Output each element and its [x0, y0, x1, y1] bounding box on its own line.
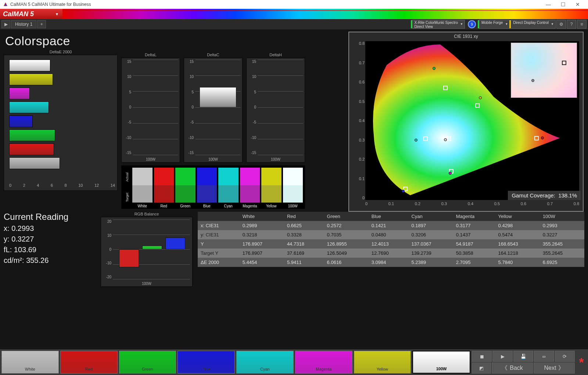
deltae-bar — [9, 157, 60, 169]
pattern-swatch[interactable]: Magenta — [295, 351, 352, 374]
mode-button[interactable]: ◩ — [472, 362, 491, 374]
swatch-caption: Cyan — [218, 203, 239, 208]
swatch-caption: Yellow — [261, 203, 282, 208]
display-dropdown[interactable]: Direct Display Control ▼ — [510, 20, 556, 29]
reading-counter[interactable]: 9 — [468, 20, 476, 28]
display-label: Direct Display Control — [513, 21, 549, 25]
swatch-column: Red — [154, 168, 174, 208]
table-cell: 54.9187 — [453, 239, 495, 249]
axis-tick: 6 — [51, 183, 53, 190]
menu-icon[interactable]: ≡ — [577, 20, 587, 29]
deltae-bar — [9, 60, 50, 71]
table-cell: 50.3858 — [453, 249, 495, 258]
cie-measured-marker — [402, 190, 405, 193]
swatch-caption: Red — [154, 203, 174, 208]
pattern-swatch[interactable]: Cyan — [236, 351, 294, 374]
table-cell: 0.3206 — [408, 230, 453, 239]
rgb-bar — [165, 238, 186, 249]
axis-tick: 15 — [127, 60, 131, 64]
table-row: Target Y176.890737.6169126.504912.769013… — [198, 249, 584, 258]
toolbar: ▶ History 1 + X-Rite ColorMunki Spectro … — [0, 19, 588, 29]
refresh-button[interactable]: ⟳ — [555, 351, 575, 362]
table-cell: 0.1437 — [453, 230, 495, 239]
cie-target-marker — [534, 136, 539, 140]
swatch-column: Blue — [197, 168, 217, 208]
delta-xlabel: 100W — [247, 157, 305, 161]
axis-tick: 5 — [254, 90, 256, 94]
table-cell: 137.0367 — [408, 239, 453, 249]
window-minimize-button[interactable]: — — [541, 1, 556, 7]
table-cell: 44.7318 — [284, 239, 324, 249]
cie-target-marker — [423, 136, 428, 141]
cr-y-value: 0.3227 — [11, 235, 34, 243]
nav-back-button[interactable]: ▶ — [1, 20, 10, 28]
help-icon[interactable]: ? — [567, 20, 576, 29]
table-cell: 0.2572 — [324, 221, 369, 230]
swatch-label: Cyan — [260, 367, 270, 371]
gear-icon[interactable]: ⚙ — [556, 20, 566, 29]
pattern-swatch[interactable]: Blue — [178, 351, 235, 374]
pattern-swatch[interactable]: White — [1, 351, 59, 374]
axis-tick: 10 — [190, 75, 194, 79]
play-button[interactable]: ▶ — [492, 351, 512, 362]
save-button[interactable]: 💾 — [513, 351, 533, 362]
pattern-swatch[interactable]: Yellow — [354, 351, 411, 374]
add-tab-button[interactable]: + — [37, 20, 46, 28]
current-reading-panel: Current Reading x: 0.2993 y: 0.3227 fL: … — [4, 212, 96, 267]
delta-plot: 151050-5-10-15100W — [121, 58, 180, 162]
meter-line1: X-Rite ColorMunki Spectro — [415, 21, 458, 25]
window-maximize-button[interactable]: ☐ — [556, 1, 570, 7]
infinity-button[interactable]: ∞ — [534, 351, 554, 362]
rgb-balance-title: RGB Balance — [101, 212, 193, 216]
delta-title: DeltaH — [246, 53, 305, 57]
table-cell: 164.1218 — [495, 249, 540, 258]
axis-tick: 0 — [129, 105, 131, 109]
delta-plot: 151050-5-10-15100W — [184, 58, 243, 162]
swatch-caption: Magenta — [240, 203, 260, 208]
table-cell: 5.9411 — [284, 258, 324, 267]
table-cell: 176.8907 — [240, 239, 284, 249]
meter-dropdown[interactable]: X-Rite ColorMunki Spectro Direct View ▼ — [412, 20, 465, 29]
cie-measured-marker — [433, 67, 435, 70]
table-row: ΔE 20005.44545.94116.06163.09845.23892.7… — [198, 258, 584, 267]
axis-tick: 0 — [254, 105, 256, 109]
pattern-swatch[interactable]: Green — [119, 351, 176, 374]
table-cell: 355.2645 — [540, 239, 584, 249]
table-header — [198, 212, 240, 221]
pattern-swatch[interactable]: 100W — [412, 351, 470, 374]
swatch-label: Green — [142, 367, 153, 371]
axis-tick: 5 — [191, 90, 194, 94]
axis-tick: 0.2 — [415, 201, 420, 208]
chevron-down-icon: ▼ — [505, 23, 508, 26]
window-title: CalMAN 5 CalMAN Ultimate for Business — [10, 2, 91, 7]
table-cell: 12.4013 — [369, 239, 409, 249]
back-button[interactable]: 《 Back — [492, 362, 533, 374]
table-cell: 0.2989 — [240, 221, 284, 230]
axis-tick: 0.5 — [359, 99, 365, 104]
cie-target-marker — [443, 86, 448, 90]
table-cell: 0.7035 — [324, 230, 369, 239]
cie-measured-marker — [444, 138, 447, 141]
axis-tick: 0 — [109, 247, 111, 251]
deltae-bar — [9, 129, 55, 141]
rgb-balance-chart: 20100-10-20 100W — [101, 217, 193, 287]
brand-menu[interactable]: CalMAN 5 ▼ — [0, 9, 62, 19]
window-close-button[interactable]: ✕ — [570, 1, 585, 7]
axis-tick: 12 — [94, 183, 99, 190]
axis-tick: -10 — [189, 136, 194, 140]
swatch-caption: White — [132, 203, 153, 208]
pattern-swatch[interactable]: Red — [60, 351, 118, 374]
swatch-column: White — [132, 168, 153, 208]
axis-tick: -15 — [126, 151, 131, 155]
unsaved-indicator-icon: * — [576, 351, 587, 374]
next-button[interactable]: Next 》 — [534, 362, 575, 374]
history-tab[interactable]: History 1 — [11, 20, 36, 28]
source-dropdown[interactable]: Mobile Forge ▼ — [479, 20, 510, 29]
table-cell: 6.0616 — [324, 258, 369, 267]
axis-tick: 0.6 — [359, 80, 365, 84]
stop-button[interactable]: ◼ — [472, 351, 492, 362]
axis-tick: 0.7 — [359, 61, 365, 65]
swatch-caption: Green — [175, 203, 196, 208]
axis-tick: 0.8 — [574, 201, 579, 208]
meter-line2: Direct View — [415, 25, 458, 29]
